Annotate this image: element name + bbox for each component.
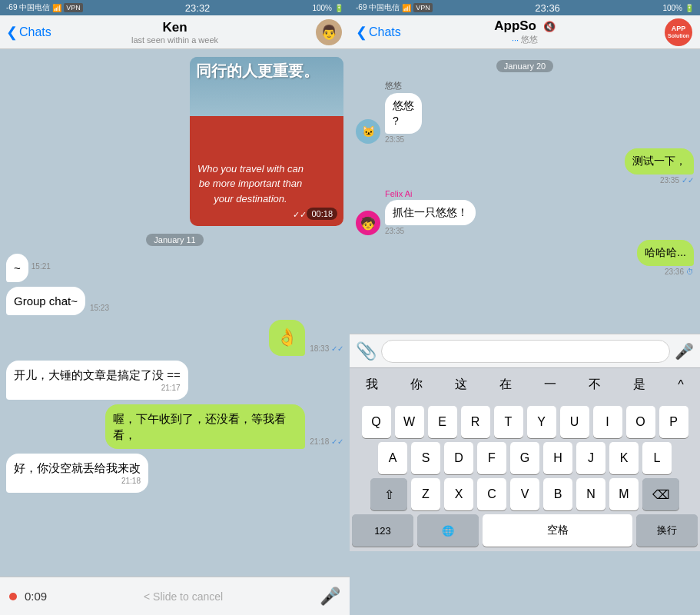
- right-chat-subtitle: ··· 悠悠: [494, 34, 556, 45]
- left-image-message[interactable]: 情地逃走的已经， 同行的人更重要。 Who you travel with ca…: [190, 57, 343, 226]
- left-msg-groupchat-time: 15:23: [90, 304, 109, 312]
- left-chat-name: Ken: [131, 20, 218, 35]
- app-avatar-text: APP Solution: [668, 25, 689, 39]
- key-B[interactable]: B: [543, 478, 572, 510]
- left-msg-last[interactable]: 好，你没空就丢给我来改 21:18: [6, 454, 148, 493]
- right-input-bar: 📎 🎤: [350, 334, 700, 367]
- my2-time: 23:36: [665, 268, 684, 276]
- recording-time: 0:09: [25, 590, 47, 603]
- mute-icon: 🔇: [543, 21, 556, 32]
- left-status-left: -69 中国电信 📶 VPN: [6, 2, 83, 13]
- key-V[interactable]: V: [510, 478, 539, 510]
- key-T[interactable]: T: [494, 406, 523, 438]
- left-msg-tilde[interactable]: ~: [6, 254, 28, 282]
- left-back-button[interactable]: ❮ Chats: [6, 24, 51, 41]
- left-msg-article[interactable]: 开儿，大锤的文章是搞定了没 == 21:17: [6, 361, 188, 400]
- key-A[interactable]: A: [378, 442, 407, 474]
- right-status-left: -69 中国电信 📶 VPN: [356, 2, 433, 13]
- key-H[interactable]: H: [543, 442, 572, 474]
- youyou-avatar: 🐱: [356, 119, 380, 144]
- kb-row-3: ⇧ Z X C V B N M ⌫: [352, 478, 698, 510]
- quick-word-wo[interactable]: 我: [360, 372, 384, 397]
- right-back-label[interactable]: Chats: [369, 25, 401, 39]
- right-group-avatar[interactable]: APP Solution: [665, 18, 692, 46]
- key-E[interactable]: E: [428, 406, 457, 438]
- my2-bubble[interactable]: 哈哈哈...: [637, 240, 694, 266]
- image-en-text: Who you travel with canbe more important…: [197, 161, 304, 207]
- left-nav-title-block: Ken last seen within a week: [131, 20, 218, 45]
- key-F[interactable]: F: [477, 442, 506, 474]
- key-Y[interactable]: Y: [527, 406, 556, 438]
- left-panel: -69 中国电信 📶 VPN 23:32 100% 🔋 ❮ Chats Ken …: [0, 0, 350, 615]
- key-123[interactable]: 123: [352, 514, 413, 547]
- right-vpn-badge: VPN: [413, 3, 433, 12]
- quick-word-up[interactable]: ^: [672, 374, 690, 397]
- right-msg-my2-row: 哈哈哈... 23:36 ⏱: [637, 240, 694, 276]
- my1-bubble[interactable]: 测试一下，: [625, 148, 694, 175]
- quick-word-shi[interactable]: 是: [627, 372, 652, 397]
- delete-key[interactable]: ⌫: [642, 478, 679, 510]
- felix-avatar-icon: 🧒: [360, 216, 376, 231]
- key-L[interactable]: L: [642, 442, 672, 474]
- right-back-button[interactable]: ❮ Chats: [356, 24, 401, 41]
- key-C[interactable]: C: [477, 478, 506, 510]
- quick-word-yi[interactable]: 一: [538, 372, 562, 397]
- key-J[interactable]: J: [576, 442, 605, 474]
- left-time: 23:32: [185, 2, 211, 14]
- key-U[interactable]: U: [560, 406, 589, 438]
- left-msg-ok[interactable]: 👌: [269, 320, 305, 356]
- left-chevron-icon: ❮: [6, 24, 18, 41]
- attach-icon[interactable]: 📎: [356, 341, 377, 361]
- key-space[interactable]: 空格: [483, 514, 632, 547]
- felix-bubble[interactable]: 抓住一只悠悠！: [385, 200, 476, 226]
- quick-word-ni[interactable]: 你: [404, 372, 429, 397]
- key-W[interactable]: W: [395, 406, 424, 438]
- key-N[interactable]: N: [576, 478, 605, 510]
- key-I[interactable]: I: [593, 406, 622, 438]
- key-Z[interactable]: Z: [411, 478, 440, 510]
- key-M[interactable]: M: [609, 478, 639, 510]
- left-back-label[interactable]: Chats: [19, 25, 51, 39]
- key-G[interactable]: G: [510, 442, 539, 474]
- voice-recording-bar: 0:09 < Slide to cancel 🎤: [0, 577, 350, 615]
- microphone-icon[interactable]: 🎤: [320, 587, 340, 607]
- shift-key[interactable]: ⇧: [370, 478, 407, 510]
- left-msg-reply[interactable]: 喔，下午收到了，还没看，等我看看，: [105, 404, 305, 449]
- felix-avatar: 🧒: [356, 211, 380, 235]
- image-cn-text: 同行的人更重要。: [196, 61, 337, 81]
- key-X[interactable]: X: [444, 478, 473, 510]
- key-O[interactable]: O: [626, 406, 655, 438]
- youyou-avatar-icon: 🐱: [362, 125, 375, 138]
- left-msg-groupchat-row: Group chat~ 15:23: [6, 287, 109, 315]
- right-chat-name: AppSo 🔇: [494, 18, 556, 34]
- left-chat-area: 情地逃走的已经， 同行的人更重要。 Who you travel with ca…: [0, 49, 350, 577]
- quick-word-bu[interactable]: 不: [582, 372, 607, 397]
- left-msg-groupchat[interactable]: Group chat~: [6, 287, 85, 315]
- right-nav-bar: ❮ Chats AppSo 🔇 ··· 悠悠 APP Solution: [350, 15, 700, 49]
- key-D[interactable]: D: [444, 442, 473, 474]
- left-status-bar: -69 中国电信 📶 VPN 23:32 100% 🔋: [0, 0, 350, 15]
- message-input[interactable]: [381, 340, 670, 363]
- key-return[interactable]: 换行: [636, 514, 698, 547]
- my2-text: 哈哈哈...: [645, 246, 686, 258]
- felix-text: 抓住一只悠悠！: [393, 206, 468, 218]
- right-chat-area: January 20 🐱 悠悠 悠悠? 23:35 测试一下，: [350, 49, 700, 334]
- key-R[interactable]: R: [461, 406, 490, 438]
- key-K[interactable]: K: [609, 442, 639, 474]
- left-msg-ok-time: 18:33 ✓✓: [310, 344, 343, 353]
- key-P[interactable]: P: [659, 406, 688, 438]
- input-mic-icon[interactable]: 🎤: [675, 342, 694, 361]
- youyou-bubble[interactable]: 悠悠?: [385, 93, 422, 134]
- article-text: 开儿，大锤的文章是搞定了没 ==: [14, 368, 181, 381]
- quick-word-zhe[interactable]: 这: [449, 372, 473, 397]
- youyou-msg-content: 悠悠 悠悠? 23:35: [385, 80, 422, 144]
- key-globe[interactable]: 🌐: [417, 514, 479, 547]
- slide-to-cancel: < Slide to cancel: [55, 590, 312, 603]
- key-S[interactable]: S: [411, 442, 440, 474]
- key-Q[interactable]: Q: [362, 406, 391, 438]
- right-nav-title-block: AppSo 🔇 ··· 悠悠: [494, 18, 556, 45]
- quick-word-zai[interactable]: 在: [493, 372, 518, 397]
- left-contact-avatar[interactable]: 👨: [316, 19, 342, 45]
- last-text: 好，你没空就丢给我来改: [14, 461, 141, 474]
- right-signal: -69 中国电信: [356, 2, 400, 13]
